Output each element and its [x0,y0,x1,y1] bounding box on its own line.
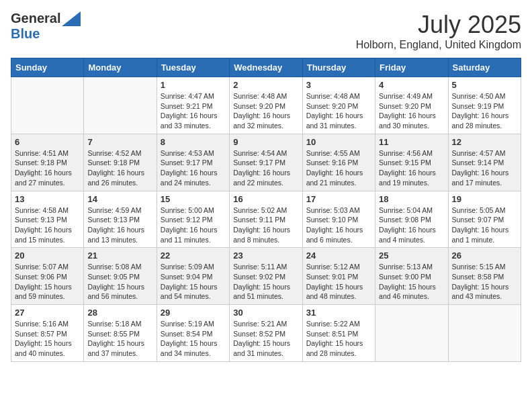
day-number: 26 [452,250,517,261]
daylight-text: Daylight: 16 hours and 24 minutes. [161,169,218,187]
sunrise-text: Sunrise: 5:02 AM [233,206,287,214]
sunset-text: Sunset: 8:52 PM [233,330,285,338]
day-number: 4 [379,80,444,90]
day-info: Sunrise: 5:02 AMSunset: 9:11 PMDaylight:… [233,205,298,245]
calendar-cell: 21Sunrise: 5:08 AMSunset: 9:05 PMDayligh… [84,248,157,305]
sunset-text: Sunset: 9:20 PM [233,102,285,110]
day-number: 23 [233,250,298,261]
daylight-text: Daylight: 15 hours and 43 minutes. [452,283,509,301]
day-number: 15 [161,194,226,204]
calendar-table: SundayMondayTuesdayWednesdayThursdayFrid… [11,58,521,362]
day-number: 12 [452,137,517,147]
sunrise-text: Sunrise: 5:04 AM [379,206,433,214]
daylight-text: Daylight: 16 hours and 21 minutes. [306,169,363,187]
sunset-text: Sunset: 9:13 PM [87,216,140,224]
sunset-text: Sunset: 9:14 PM [452,158,504,167]
daylight-text: Daylight: 16 hours and 28 minutes. [452,111,509,130]
daylight-text: Daylight: 15 hours and 28 minutes. [306,339,363,357]
sunrise-text: Sunrise: 4:53 AM [161,149,214,157]
day-info: Sunrise: 4:48 AMSunset: 9:20 PMDaylight:… [306,91,371,131]
sunset-text: Sunset: 9:21 PM [161,102,213,110]
daylight-text: Daylight: 16 hours and 22 minutes. [233,169,290,187]
sunrise-text: Sunrise: 4:49 AM [379,92,433,100]
calendar-cell: 28Sunrise: 5:18 AMSunset: 8:55 PMDayligh… [84,305,157,362]
svg-marker-0 [62,11,81,26]
sunset-text: Sunset: 8:54 PM [161,330,213,338]
calendar-cell: 2Sunrise: 4:48 AMSunset: 9:20 PMDaylight… [230,77,302,134]
calendar-cell [448,305,521,362]
sunset-text: Sunset: 9:18 PM [15,158,67,167]
calendar-header-row: SundayMondayTuesdayWednesdayThursdayFrid… [11,58,521,77]
sunset-text: Sunset: 9:13 PM [15,216,67,224]
day-info: Sunrise: 5:22 AMSunset: 8:51 PMDaylight:… [306,319,371,359]
sunrise-text: Sunrise: 5:15 AM [452,263,506,271]
calendar-week-row: 27Sunrise: 5:16 AMSunset: 8:57 PMDayligh… [11,305,521,362]
sunrise-text: Sunrise: 5:12 AM [306,263,360,271]
sunrise-text: Sunrise: 4:57 AM [452,149,506,157]
day-info: Sunrise: 4:54 AMSunset: 9:17 PMDaylight:… [233,148,298,188]
day-number: 21 [87,250,152,261]
calendar-cell: 22Sunrise: 5:09 AMSunset: 9:04 PMDayligh… [157,248,229,305]
day-info: Sunrise: 5:18 AMSunset: 8:55 PMDaylight:… [87,319,152,359]
weekday-header-friday: Friday [375,58,448,77]
calendar-cell: 24Sunrise: 5:12 AMSunset: 9:01 PMDayligh… [302,248,375,305]
sunset-text: Sunset: 9:12 PM [161,216,213,224]
day-number: 3 [306,80,371,90]
sunrise-text: Sunrise: 4:56 AM [379,149,433,157]
sunrise-text: Sunrise: 5:05 AM [452,206,506,214]
calendar-cell: 19Sunrise: 5:05 AMSunset: 9:07 PMDayligh… [448,191,521,248]
sunrise-text: Sunrise: 4:58 AM [15,206,69,214]
sunset-text: Sunset: 9:20 PM [306,102,359,110]
sunset-text: Sunset: 9:00 PM [379,273,431,281]
day-info: Sunrise: 4:55 AMSunset: 9:16 PMDaylight:… [306,148,371,188]
location-text: Holborn, England, United Kingdom [356,39,521,51]
logo-general-text: General [11,11,60,26]
sunrise-text: Sunrise: 5:08 AM [87,263,141,271]
sunrise-text: Sunrise: 5:07 AM [15,263,69,271]
weekday-header-monday: Monday [84,58,157,77]
calendar-cell: 4Sunrise: 4:49 AMSunset: 9:20 PMDaylight… [375,77,448,134]
calendar-cell: 3Sunrise: 4:48 AMSunset: 9:20 PMDaylight… [302,77,375,134]
calendar-week-row: 20Sunrise: 5:07 AMSunset: 9:06 PMDayligh… [11,248,521,305]
day-info: Sunrise: 4:56 AMSunset: 9:15 PMDaylight:… [379,148,444,188]
day-number: 6 [15,137,80,147]
weekday-header-wednesday: Wednesday [230,58,302,77]
calendar-cell: 31Sunrise: 5:22 AMSunset: 8:51 PMDayligh… [302,305,375,362]
day-number: 10 [306,137,371,147]
day-number: 8 [161,137,226,147]
day-number: 11 [379,137,444,147]
sunset-text: Sunset: 9:18 PM [87,158,140,167]
daylight-text: Daylight: 15 hours and 51 minutes. [233,283,290,301]
daylight-text: Daylight: 16 hours and 11 minutes. [161,226,218,244]
day-number: 18 [379,194,444,204]
sunrise-text: Sunrise: 4:47 AM [161,92,214,100]
day-info: Sunrise: 5:11 AMSunset: 9:02 PMDaylight:… [233,262,298,302]
daylight-text: Daylight: 16 hours and 6 minutes. [306,226,363,244]
calendar-cell: 25Sunrise: 5:13 AMSunset: 9:00 PMDayligh… [375,248,448,305]
sunrise-text: Sunrise: 4:59 AM [87,206,141,214]
daylight-text: Daylight: 15 hours and 37 minutes. [87,339,144,357]
calendar-cell: 14Sunrise: 4:59 AMSunset: 9:13 PMDayligh… [84,191,157,248]
calendar-cell: 27Sunrise: 5:16 AMSunset: 8:57 PMDayligh… [11,305,84,362]
day-number: 17 [306,194,371,204]
day-info: Sunrise: 5:04 AMSunset: 9:08 PMDaylight:… [379,205,444,245]
sunset-text: Sunset: 8:58 PM [452,273,504,281]
weekday-header-thursday: Thursday [302,58,375,77]
day-number: 20 [15,250,80,261]
calendar-cell: 10Sunrise: 4:55 AMSunset: 9:16 PMDayligh… [302,134,375,191]
sunset-text: Sunset: 8:57 PM [15,330,67,338]
sunset-text: Sunset: 9:17 PM [233,158,285,167]
daylight-text: Daylight: 15 hours and 48 minutes. [306,283,363,301]
calendar-week-row: 6Sunrise: 4:51 AMSunset: 9:18 PMDaylight… [11,134,521,191]
sunrise-text: Sunrise: 4:54 AM [233,149,287,157]
day-info: Sunrise: 5:00 AMSunset: 9:12 PMDaylight:… [161,205,226,245]
day-info: Sunrise: 4:47 AMSunset: 9:21 PMDaylight:… [161,91,226,131]
daylight-text: Daylight: 16 hours and 26 minutes. [87,169,144,187]
daylight-text: Daylight: 16 hours and 27 minutes. [15,169,72,187]
sunset-text: Sunset: 9:06 PM [15,273,67,281]
day-info: Sunrise: 5:07 AMSunset: 9:06 PMDaylight:… [15,262,80,302]
day-info: Sunrise: 4:48 AMSunset: 9:20 PMDaylight:… [233,91,298,131]
calendar-cell: 9Sunrise: 4:54 AMSunset: 9:17 PMDaylight… [230,134,302,191]
day-number: 19 [452,194,517,204]
daylight-text: Daylight: 16 hours and 17 minutes. [452,169,509,187]
